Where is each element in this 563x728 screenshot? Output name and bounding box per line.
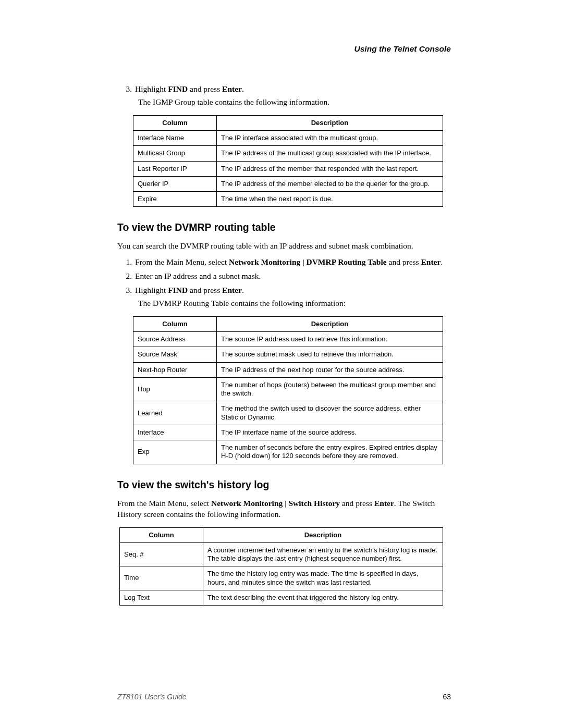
section2-steps: 1. From the Main Menu, select Network Mo… — [125, 257, 451, 296]
table-row: Querier IPThe IP address of the member e… — [133, 176, 443, 191]
bold-text: Network Monitoring | Switch History — [211, 499, 340, 508]
table-header: Column — [133, 115, 217, 130]
table-cell-column: Hop — [133, 377, 217, 401]
table-header: Description — [217, 316, 443, 331]
step-followup: The IGMP Group table contains the follow… — [138, 97, 451, 108]
text: . — [242, 84, 244, 93]
bold-text: Enter — [222, 84, 242, 93]
table-row: ExpThe number of seconds before the entr… — [133, 440, 443, 464]
footer-page-number: 63 — [443, 693, 451, 701]
table-cell-column: Multicast Group — [133, 146, 217, 161]
table-cell-description: The IP address of the next hop router fo… — [217, 362, 443, 377]
table-cell-description: The source IP address used to retrieve t… — [217, 332, 443, 347]
step-number: 3. — [125, 285, 135, 296]
table-cell-description: The IP interface associated with the mul… — [217, 131, 443, 146]
table-header-row: Column Description — [133, 316, 443, 331]
text: and press — [387, 257, 421, 266]
section1-steps: 3. Highlight FIND and press Enter. — [125, 84, 451, 95]
table-cell-description: A counter incremented whenever an entry … — [203, 542, 443, 566]
table-row: Next-hop RouterThe IP address of the nex… — [133, 362, 443, 377]
table-cell-description: The time when the next report is due. — [217, 192, 443, 207]
step-item: 3. Highlight FIND and press Enter. — [125, 84, 451, 95]
text: and press — [188, 286, 222, 294]
table-row: Seq. #A counter incremented whenever an … — [120, 542, 443, 566]
page-footer: ZT8101 User's Guide 63 — [117, 693, 451, 701]
table-cell-description: The source subnet mask used to retrieve … — [217, 347, 443, 362]
step-number: 3. — [125, 84, 135, 95]
table-cell-column: Source Mask — [133, 347, 217, 362]
paragraph: You can search the DVMRP routing table w… — [117, 241, 451, 252]
text: From the Main Menu, select — [117, 499, 211, 508]
table-cell-column: Interface — [133, 425, 217, 440]
table-header-row: Column Description — [120, 527, 443, 542]
table-header: Description — [217, 115, 443, 130]
text: Highlight — [135, 286, 168, 294]
table-cell-column: Exp — [133, 440, 217, 464]
step-followup: The DVMRP Routing Table contains the fol… — [138, 298, 451, 309]
igmp-group-table: Column Description Interface NameThe IP … — [133, 115, 443, 207]
table-cell-description: The text describing the event that trigg… — [203, 590, 443, 605]
text: . — [242, 286, 244, 294]
bold-text: FIND — [168, 84, 188, 93]
table-row: HopThe number of hops (routers) between … — [133, 377, 443, 401]
bold-text: Network Monitoring | DVMRP Routing Table — [229, 257, 387, 266]
table-cell-column: Log Text — [120, 590, 203, 605]
table-cell-column: Seq. # — [120, 542, 203, 566]
text: From the Main Menu, select — [135, 257, 229, 266]
step-body: Highlight FIND and press Enter. — [135, 285, 451, 296]
table-cell-column: Next-hop Router — [133, 362, 217, 377]
table-cell-column: Source Address — [133, 332, 217, 347]
step-number: 1. — [125, 257, 135, 268]
table-cell-description: The number of hops (routers) between the… — [217, 377, 443, 401]
step-body: From the Main Menu, select Network Monit… — [135, 257, 451, 268]
step-body: Enter an IP address and a subnet mask. — [135, 271, 451, 282]
table-cell-description: The IP address of the multicast group as… — [217, 146, 443, 161]
bold-text: Enter — [374, 499, 394, 508]
table-cell-column: Querier IP — [133, 176, 217, 191]
table-row: InterfaceThe IP interface name of the so… — [133, 425, 443, 440]
table-header: Column — [120, 527, 203, 542]
table-row: Source MaskThe source subnet mask used t… — [133, 347, 443, 362]
footer-guide-name: ZT8101 User's Guide — [117, 693, 187, 701]
table-cell-column: Learned — [133, 401, 217, 425]
table-cell-description: The IP interface name of the source addr… — [217, 425, 443, 440]
step-number: 2. — [125, 271, 135, 282]
table-header: Description — [203, 527, 443, 542]
page-header: Using the Telnet Console — [117, 44, 451, 54]
step-item: 2. Enter an IP address and a subnet mask… — [125, 271, 451, 282]
table-cell-column: Interface Name — [133, 131, 217, 146]
table-cell-description: The IP address of the member elected to … — [217, 176, 443, 191]
section-heading: To view the DVMRP routing table — [117, 221, 451, 233]
table-header: Column — [133, 316, 217, 331]
table-cell-description: The number of seconds before the entry e… — [217, 440, 443, 464]
page-content: Using the Telnet Console 3. Highlight FI… — [0, 0, 563, 606]
step-body: Highlight FIND and press Enter. — [135, 84, 451, 95]
table-cell-column: Last Reporter IP — [133, 161, 217, 176]
table-cell-column: Time — [120, 566, 203, 590]
table-row: TimeThe time the history log entry was m… — [120, 566, 443, 590]
text: Highlight — [135, 84, 168, 93]
step-item: 1. From the Main Menu, select Network Mo… — [125, 257, 451, 268]
text: . — [440, 257, 443, 266]
bold-text: Enter — [222, 286, 242, 294]
table-row: Last Reporter IPThe IP address of the me… — [133, 161, 443, 176]
table-row: Log TextThe text describing the event th… — [120, 590, 443, 605]
text: and press — [340, 499, 374, 508]
table-row: Source AddressThe source IP address used… — [133, 332, 443, 347]
bold-text: FIND — [168, 286, 188, 294]
table-cell-column: Expire — [133, 192, 217, 207]
table-cell-description: The IP address of the member that respon… — [217, 161, 443, 176]
section-heading: To view the switch's history log — [117, 479, 451, 491]
step-item: 3. Highlight FIND and press Enter. — [125, 285, 451, 296]
table-row: ExpireThe time when the next report is d… — [133, 192, 443, 207]
paragraph: From the Main Menu, select Network Monit… — [117, 498, 451, 520]
history-log-table: Column Description Seq. #A counter incre… — [119, 527, 443, 606]
table-row: LearnedThe method the switch used to dis… — [133, 401, 443, 425]
dvmrp-routing-table: Column Description Source AddressThe sou… — [133, 316, 443, 464]
bold-text: Enter — [421, 257, 441, 266]
table-cell-description: The time the history log entry was made.… — [203, 566, 443, 590]
table-row: Interface NameThe IP interface associate… — [133, 131, 443, 146]
table-cell-description: The method the switch used to discover t… — [217, 401, 443, 425]
table-row: Multicast GroupThe IP address of the mul… — [133, 146, 443, 161]
text: and press — [188, 84, 222, 93]
